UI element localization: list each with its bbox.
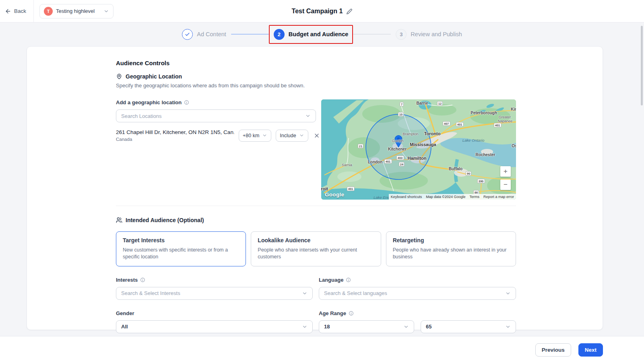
map-road-shield: 401 [494,123,502,128]
card-title: Target Interests [123,237,239,243]
step-2-circle: 2 [274,29,285,40]
map-road-shield: 7 [400,102,404,107]
back-arrow-icon [5,8,11,14]
chevron-down-icon [403,324,409,330]
language-select[interactable]: Search & Select languages [319,287,516,300]
card-lookalike-audience[interactable]: Lookalike Audience People who share inte… [251,231,381,266]
map-road-shield: 401 [456,122,464,127]
info-icon[interactable] [349,311,354,316]
map-road-shield: 24 [399,162,405,167]
radius-select[interactable]: +80 km [239,130,271,142]
terms-link[interactable]: Terms [467,194,481,200]
users-icon [116,217,122,223]
language-placeholder: Search & Select languages [324,290,387,296]
google-map[interactable]: Barrie Peterborough Kir Greater Napanee … [321,99,516,200]
age-range-label: Age Range [319,310,346,316]
include-exclude-select[interactable]: Include [276,130,308,142]
next-button[interactable]: Next [578,343,603,357]
edit-pencil-icon[interactable] [346,8,352,14]
card-title: Lookalike Audience [258,237,374,243]
card-description: People who share intersets with your cur… [258,247,374,260]
age-min-select[interactable]: 18 [319,320,414,333]
geographic-location-title: Geographic Location [126,73,182,80]
stepper-connector-1 [231,34,269,35]
stepper-connector-2 [353,34,391,35]
card-description: New customers with specific interests or… [123,247,239,260]
chevron-down-icon [302,324,308,330]
map-road-shield: 407 [443,122,450,126]
map-road-shield: 390 [477,179,485,184]
location-country: Canada [116,137,234,142]
back-button[interactable]: Back [0,0,33,22]
map-road-shield: 12 [437,101,443,106]
location-address-block: 261 Chapel Hill Dr, Kitchener, ON N2R 1N… [116,129,234,142]
search-locations-select[interactable]: Search Locations [116,109,316,122]
interests-select[interactable]: Search & Select Interests [116,287,313,300]
location-address: 261 Chapel Hill Dr, Kitchener, ON N2R 1N… [116,129,234,135]
age-max-value: 65 [426,324,431,330]
zoom-in-button[interactable]: + [500,166,511,177]
radius-value: +80 km [243,133,259,138]
map-road-shield: 403 [396,156,404,160]
map-attribution: Keyboard shortcuts Map data ©2024 Google… [389,194,516,200]
step-ad-content[interactable]: Ad Content [182,29,226,40]
close-icon [314,132,320,139]
report-map-error-link[interactable]: Report a map error [481,194,516,200]
map-shields-layer: 12 7 10 407 401 401 21 403 [321,99,516,200]
footer-bar: Previous Next [0,336,644,363]
intended-audience-header: Intended Audience (Optional) [116,217,516,223]
audience-controls-card: Audience Controls Geographic Location Sp… [27,46,603,330]
campaign-title: Test Campaign 1 [292,8,343,15]
card-title: Retargeting [393,237,509,243]
back-label: Back [14,8,26,14]
card-retargeting[interactable]: Retargeting People who have already show… [386,231,516,266]
account-name: Testing highlevel [56,8,100,14]
card-description: People who have already shown an interes… [393,247,509,260]
audience-controls-title: Audience Controls [116,60,516,66]
map-road-shield: 401 [347,187,355,191]
map-data-text: Map data ©2024 Google [424,194,467,200]
chevron-down-icon [302,291,308,296]
map-zoom-controls: + − [500,166,511,190]
zoom-out-button[interactable]: − [500,179,511,190]
info-icon[interactable] [140,277,145,283]
google-logo[interactable]: Google [325,192,344,198]
age-max-select[interactable]: 65 [421,320,516,333]
chevron-down-icon [305,113,311,119]
step-review-publish[interactable]: 3 Review and Publish [396,29,462,40]
location-row: 261 Chapel Hill Dr, Kitchener, ON N2R 1N… [116,129,316,142]
geographic-location-description: Specify the geographic locations where a… [116,82,516,89]
step-3-label: Review and Publish [411,31,462,37]
search-locations-placeholder: Search Locations [121,113,161,119]
step-1-label: Ad Content [197,31,226,37]
card-target-interests[interactable]: Target Interests New customers with spec… [116,231,246,266]
keyboard-shortcuts-link[interactable]: Keyboard shortcuts [389,194,424,200]
previous-button[interactable]: Previous [535,343,571,357]
gender-select[interactable]: All [116,320,313,333]
include-value: Include [280,133,296,138]
info-icon[interactable] [184,100,189,105]
stepper: Ad Content 2 Budget and Audience 3 Revie… [0,23,644,46]
gender-label: Gender [116,310,134,316]
geographic-location-header: Geographic Location [116,73,516,80]
step-budget-audience[interactable]: 2 Budget and Audience [274,29,349,40]
map-road-shield: 21 [358,144,363,148]
interests-placeholder: Search & Select Interests [121,290,180,296]
language-label: Language [319,277,343,283]
location-pin-icon [116,73,122,80]
intended-audience-title: Intended Audience (Optional) [126,217,204,223]
step-2-label: Budget and Audience [289,31,349,37]
chevron-down-icon [103,8,109,14]
account-avatar: T [44,7,53,16]
remove-location-button[interactable] [313,132,321,140]
step-3-circle: 3 [396,29,407,40]
map-road-shield: 401 [384,159,392,164]
topbar: Back T Testing highlevel Test Campaign 1 [0,0,644,23]
section-divider [116,206,516,206]
chevron-down-icon [299,133,304,138]
campaign-title-wrap: Test Campaign 1 [292,0,353,23]
account-selector[interactable]: T Testing highlevel [39,4,114,19]
page-scrollbar[interactable] [641,26,643,105]
add-location-label: Add a geographic location [116,99,182,105]
info-icon[interactable] [346,277,351,283]
